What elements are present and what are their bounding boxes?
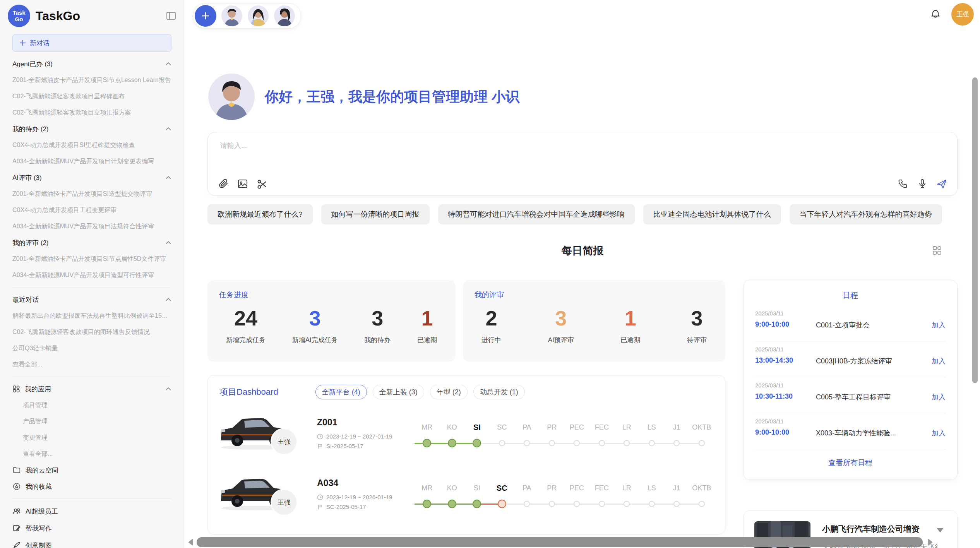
sidebar-collapse-button[interactable] [164, 9, 178, 22]
project-flag: SC-2025-05-17 [317, 503, 415, 510]
milestone-label: SI [464, 482, 490, 494]
app-title: TaskGo [36, 9, 164, 23]
stat-item: 1 已逾期 [620, 306, 640, 344]
sidebar-item[interactable]: A034-全新新能源MUV产品开发项目计划变更表编写 [12, 153, 154, 170]
suggestion-chip[interactable]: 比亚迪全固态电池计划具体说了什么 [643, 204, 781, 224]
sidebar-item[interactable]: Z001-全新燃油轻卡产品开发项目SI造型提交物评审 [12, 186, 152, 202]
stat-item: 3 新增AI完成任务 [292, 306, 338, 344]
layout-grid-icon[interactable] [932, 245, 942, 255]
apps-section-header[interactable]: 我的应用 [12, 381, 171, 397]
sidebar-section-header[interactable]: AI评审 (3) [12, 170, 171, 186]
milestone-label: LS [639, 482, 665, 494]
sidebar-section: 我的评审 (2) Z001-全新燃油轻卡产品开发项目SI节点属性5D文件评审 A… [12, 235, 171, 283]
agent-avatar[interactable] [221, 5, 243, 27]
sidebar-item[interactable]: C02-飞腾新能源轻客改款项目里程碑画布 [12, 88, 125, 104]
milestone-cell [664, 435, 689, 451]
project-code: Z001 [317, 417, 415, 428]
app-item[interactable]: 查看全部... [23, 446, 53, 462]
writing-label: 帮我写作 [26, 524, 52, 533]
app-item[interactable]: 项目管理 [23, 397, 48, 413]
sidebar-section-header[interactable]: Agent已办 (3) [12, 56, 171, 72]
milestone-cell [490, 435, 515, 451]
scroll-left-arrow-icon[interactable] [188, 539, 193, 546]
sidebar-header: Task Go TaskGo [0, 0, 184, 27]
suggestion-chip[interactable]: 如何写一份清晰的项目周报 [321, 204, 430, 224]
join-link[interactable]: 加入 [932, 428, 946, 438]
milestone-label: LS [639, 421, 665, 433]
sidebar-item[interactable]: C0X4-动力总成开发项目SI里程碑提交物检查 [12, 137, 135, 153]
phone-icon[interactable] [898, 178, 908, 189]
sidebar-item-favorites[interactable]: 我的收藏 [12, 478, 171, 495]
sidebar-section-header[interactable]: 我的评审 (2) [12, 235, 171, 251]
join-link[interactable]: 加入 [932, 392, 946, 402]
view-all-schedule-link[interactable]: 查看所有日程 [755, 449, 946, 468]
milestone-cell [440, 496, 465, 512]
sidebar-item[interactable]: A034-全新新能源MUV产品开发项目法规符合性评审 [12, 218, 154, 235]
recent-chat-item[interactable]: 查看全部... [12, 356, 42, 373]
scissors-icon[interactable] [257, 178, 267, 189]
sidebar-item[interactable]: C02-飞腾新能源轻客改款项目立项汇报方案 [12, 104, 131, 121]
send-icon[interactable] [936, 178, 947, 189]
agent-avatar[interactable] [247, 5, 269, 27]
schedule-item: 2025/03/11 10:30-11:30 C005-整车工程目标评审 加入 [755, 377, 946, 413]
sidebar-item[interactable]: A034-全新新能源MUV产品开发项目造型可行性评审 [12, 267, 154, 283]
add-agent-button[interactable] [195, 5, 216, 27]
vertical-scrollbar[interactable] [972, 77, 978, 383]
stats-row: 任务进度 24 新增完成任务 3 新增AI [207, 280, 725, 362]
sidebar-section-header[interactable]: 我的待办 (2) [12, 121, 171, 137]
main-area: 王强 你好，王强，我是你的项目管理助理 小识 [184, 0, 980, 548]
message-input[interactable] [219, 140, 946, 173]
dashboard-tab[interactable]: 全新上装 (3) [373, 385, 424, 399]
greeting-text: 你好，王强，我是你的项目管理助理 小识 [265, 87, 519, 106]
horizontal-scrollbar[interactable] [197, 537, 923, 547]
dashboard-tab[interactable]: 全新平台 (4) [315, 385, 367, 399]
recent-chat-item[interactable]: C02-飞腾新能源轻客改款项目的闭环通告反馈情况 [12, 324, 150, 340]
sidebar-item-drawing[interactable]: 创意制图 [12, 537, 171, 548]
panel-icon [165, 10, 177, 22]
app-item[interactable]: 产品管理 [23, 413, 48, 430]
sidebar-item-ai-staff[interactable]: AI超级员工 [12, 503, 171, 520]
recent-section-header[interactable]: 最近对话 [12, 291, 171, 308]
project-row[interactable]: 王强 A034 2023-12-19 ~ 2026-01-19 [208, 469, 725, 530]
sidebar-item-cloud-space[interactable]: 我的云空间 [12, 462, 171, 478]
user-avatar[interactable]: 王强 [951, 3, 974, 26]
join-link[interactable]: 加入 [932, 356, 946, 366]
schedule-card: 日程 2025/03/11 9:00-10:00 C001-立项审批会 加入 [743, 280, 958, 480]
dashboard-tab[interactable]: 年型 (2) [430, 385, 468, 399]
sidebar-item[interactable]: Z001-全新燃油轻卡产品开发项目SI节点属性5D文件评审 [12, 251, 166, 267]
logo-line2: Go [15, 16, 23, 22]
agent-avatar[interactable] [274, 5, 295, 27]
apps-section-title: 我的应用 [25, 385, 161, 394]
suggestion-chip[interactable]: 欧洲新规最近颁布了什么? [207, 204, 313, 224]
milestone-label: MR [415, 421, 440, 433]
divider [12, 377, 171, 377]
join-link[interactable]: 加入 [932, 320, 946, 330]
notification-bell-icon[interactable] [930, 9, 941, 20]
recent-section-title: 最近对话 [12, 295, 39, 304]
attachment-icon[interactable] [218, 178, 229, 189]
project-row[interactable]: 王强 Z001 2023-12-19 ~ 2027-01-19 [208, 409, 725, 469]
sidebar-item[interactable]: C0X4-动力总成开发项目工程变更评审 [12, 202, 117, 218]
sidebar-lists: Agent已办 (3) Z001-全新燃油皮卡产品开发项目SI节点Lesson … [0, 52, 184, 548]
image-icon[interactable] [237, 178, 248, 189]
new-chat-button[interactable]: 新对话 [12, 34, 171, 52]
milestone-label: SI [464, 421, 490, 433]
sidebar-section-title: AI评审 (3) [12, 173, 42, 182]
scroll-down-arrow-icon[interactable] [937, 528, 944, 533]
milestone-cell [689, 435, 714, 451]
microphone-icon[interactable] [917, 178, 928, 189]
suggestion-chip[interactable]: 特朗普可能对进口汽车增税会对中国车企造成哪些影响 [438, 204, 635, 224]
stat-item: 2 进行中 [481, 306, 501, 344]
suggestion-chip[interactable]: 当下年轻人对汽车外观有怎样的喜好趋势 [790, 204, 942, 224]
milestone-track: MRKOSISCPAPRPECFECLRLSJ1OKTB [415, 409, 717, 451]
milestone-label: SC [490, 482, 515, 494]
scroll-right-arrow-icon[interactable] [928, 539, 933, 546]
app-item[interactable]: 变更管理 [23, 430, 48, 446]
recent-chat-item[interactable]: 解释最新出台的欧盟报废车法规再生塑料比例被调至15%... [12, 308, 171, 324]
recent-chat-item[interactable]: 公司Q3轻卡销量 [12, 340, 58, 356]
sidebar-item[interactable]: Z001-全新燃油皮卡产品开发项目SI节点Lesson Learn报告 [12, 72, 171, 88]
sidebar-item-writing[interactable]: 帮我写作 [12, 520, 171, 537]
milestone-cell [689, 496, 714, 512]
milestone-cell [564, 435, 589, 451]
dashboard-tab[interactable]: 动总开发 (1) [473, 385, 525, 399]
